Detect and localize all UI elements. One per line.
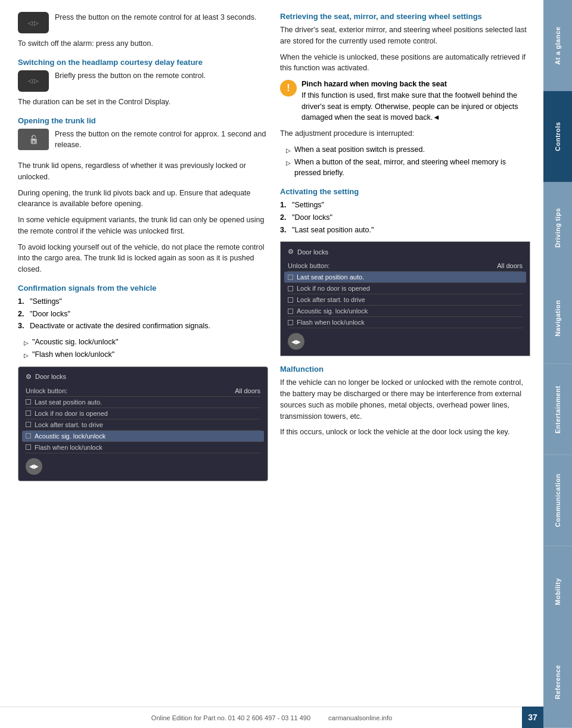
confirm-num-3: 3. [18,321,26,332]
footer-copyright: Online Edition for Part no. 01 40 2 606 … [151,714,310,721]
activating-list: 1. "Settings" 2. "Door locks" 3. "Last s… [280,200,530,235]
interrupted-bullet-1: ▷ When a seat position switch is pressed… [286,144,530,155]
checkbox-s2-5 [288,320,293,325]
warning-text-container: Pinch hazard when moving back the seat I… [301,79,530,123]
page-container: Press the button on the remote control f… [0,0,572,728]
screen1-unlock-row: Unlock button: All doors [26,385,260,397]
malfunction-heading: Malfunction [280,365,530,374]
trunk-p2: During opening, the trunk lid pivots bac… [18,188,268,210]
sidebar-label-navigation: Navigation [554,300,561,337]
screen2-row-5-label: Flash when lock/unlock [288,319,365,326]
screen1-row-5: Flash when lock/unlock [26,442,260,453]
retrieve-p2: When the vehicle is unlocked, these posi… [280,52,530,74]
screen2-row-3-label: Lock after start. to drive [288,296,365,303]
interrupted-bullet-2: ▷ When a button of the seat, mirror, and… [286,157,530,179]
malfunction-p2: If this occurs, unlock or lock the vehic… [280,427,530,438]
bullet-arrow-2: ▷ [24,351,29,360]
sidebar-label-at-a-glance: At a glance [554,26,561,64]
warning-box: ! Pinch hazard when moving back the seat… [280,79,530,123]
activating-heading: Activating the setting [280,187,530,196]
screen1-row-4-label: Acoustic sig. lock/unlock [26,433,105,440]
sidebar-item-driving-tips[interactable]: Driving tips [543,182,572,273]
confirm-item-3: 3. Deactivate or activate the desired co… [18,321,268,332]
screen1-row-3-label: Lock after start. to drive [26,421,103,428]
screen2-unlock-row: Unlock button: All doors [288,260,523,272]
confirm-text-1: "Settings" [30,296,62,307]
trunk-remote-icon [18,129,49,150]
screen2-row-4-label: Acoustic sig. lock/unlock [288,307,368,315]
screen1-row-2: Lock if no door is opened [26,408,260,419]
right-column: Retrieving the seat, mirror, and steerin… [280,12,530,704]
sidebar-item-controls[interactable]: Controls [543,91,572,182]
screen2-row-4: Acoustic sig. lock/unlock [288,306,523,317]
screen2-title: ⚙ Door locks [288,248,523,256]
checkbox-2 [26,410,31,416]
headlamp-remote-icon [18,70,49,92]
screen1-title: ⚙ Door locks [26,373,260,381]
activating-text-3: "Last seat position auto." [292,225,374,236]
activating-item-1: 1. "Settings" [280,200,530,211]
screen2-unlock-label: Unlock button: [288,262,329,269]
remote-press-text: Press the button on the remote control f… [55,12,256,23]
bullet-arrow-i2: ▷ [286,158,291,179]
sidebar-label-reference: Reference [554,665,561,700]
interrupted-text-2: When a button of the seat, mirror, and s… [294,157,530,179]
remote-press-section: Press the button on the remote control f… [18,12,268,33]
confirm-num-1: 1. [18,296,26,307]
checkbox-4 [26,433,31,438]
checkbox-5 [26,444,31,450]
trunk-press-text: Press the button on the remote control f… [55,129,268,151]
sidebar-item-communication[interactable]: Communication [543,455,572,546]
sidebar-item-entertainment[interactable]: Entertainment [543,364,572,455]
activating-item-2: 2. "Door locks" [280,212,530,223]
confirm-bullets: ▷ "Acoustic sig. lock/unlock" ▷ "Flash w… [24,337,268,360]
screen1-image: ⚙ Door locks Unlock button: All doors La… [18,366,268,481]
remote-control-icon [18,12,49,33]
trunk-p4: To avoid locking yourself out of the veh… [18,242,268,275]
confirm-num-2: 2. [18,309,26,320]
sidebar-label-entertainment: Entertainment [554,385,561,433]
bullet-acoustic: ▷ "Acoustic sig. lock/unlock" [24,337,268,348]
confirm-text-2: "Door locks" [30,309,70,320]
warning-pinch: Pinch hazard when moving back the seat [301,80,447,88]
confirm-item-1: 1. "Settings" [18,296,268,307]
interrupted-text-1: When a seat position switch is pressed. [294,144,425,155]
nav-circle-left: ◀▶ [26,458,42,475]
bullet-arrow-1: ▷ [24,338,29,348]
bullet-arrow-i1: ▷ [286,146,291,155]
screen2-row-1-highlighted: Last seat position auto. [284,272,526,283]
malfunction-p1: If the vehicle can no longer be locked o… [280,377,530,422]
sidebar-item-navigation[interactable]: Navigation [543,273,572,364]
warning-body: If this function is used, first make sur… [301,91,518,122]
trunk-p3: In some vehicle equipment variants, the … [18,214,268,237]
activating-text-1: "Settings" [292,200,324,211]
confirm-heading: Confirmation signals from the vehicle [18,284,268,293]
activating-num-1: 1. [280,200,288,211]
screen2-title-icon: ⚙ [288,248,294,256]
activating-num-3: 3. [280,225,288,236]
sidebar-item-reference[interactable]: Reference [543,637,572,728]
page-number: 37 [528,713,537,722]
headlamp-duration: The duration can be set in the Control D… [18,97,268,108]
bullet-flash: ▷ "Flash when lock/unlock" [24,349,268,360]
sidebar-label-communication: Communication [554,474,561,527]
sidebar-item-mobility[interactable]: Mobility [543,546,572,637]
checkbox-s2-2 [288,286,293,291]
screen2-row-2-label: Lock if no door is opened [288,285,370,292]
left-column: Press the button on the remote control f… [18,12,268,704]
screen2-row-1-label: Last seat position auto. [288,273,364,281]
interrupted-bullets: ▷ When a seat position switch is pressed… [286,144,530,179]
retrieve-heading: Retrieving the seat, mirror, and steerin… [280,12,530,21]
sidebar-item-at-a-glance[interactable]: At a glance [543,0,572,91]
headlamp-heading: Switching on the headlamp courtesy delay… [18,58,268,67]
screen1-row-5-label: Flash when lock/unlock [26,444,102,451]
sidebar-label-mobility: Mobility [554,578,561,605]
screen2-row-5: Flash when lock/unlock [288,317,523,328]
activating-num-2: 2. [280,212,288,223]
screen2-row-3: Lock after start. to drive [288,294,523,306]
confirm-item-2: 2. "Door locks" [18,309,268,320]
activating-text-2: "Door locks" [292,212,332,223]
screen1-unlock-value: All doors [235,387,260,394]
screen1-row-1-label: Last seat position auto. [26,399,102,406]
sidebar-label-controls: Controls [554,122,561,151]
